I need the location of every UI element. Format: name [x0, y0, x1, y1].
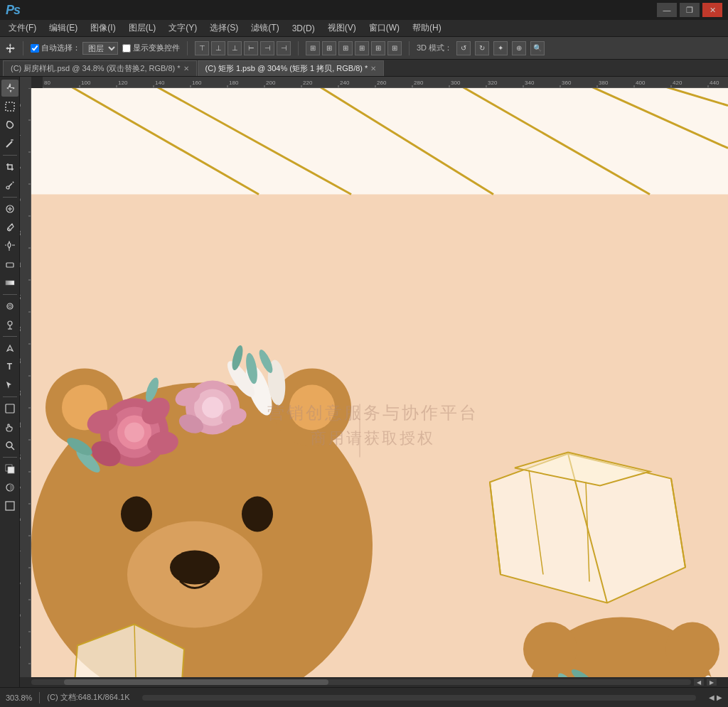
clone-tool[interactable] [1, 237, 18, 254]
svg-text:6: 6 [20, 582, 21, 585]
svg-text:360: 360 [562, 80, 572, 86]
svg-line-24 [11, 447, 14, 450]
svg-text:2: 2 [20, 518, 21, 521]
left-toolbar: T [0, 77, 20, 687]
heal-tool[interactable] [1, 200, 18, 217]
3d-icon-1[interactable]: ↺ [456, 41, 471, 55]
menu-view[interactable]: 视图(V) [322, 21, 362, 36]
align-left-icon[interactable]: ⊢ [244, 41, 258, 55]
align-right-icon[interactable]: ⊣ [277, 41, 291, 55]
scroll-left-btn[interactable]: ◀ [694, 679, 704, 686]
svg-rect-0 [6, 102, 14, 111]
menu-bar: 文件(F) 编辑(E) 图像(I) 图层(L) 文字(Y) 选择(S) 滤镜(T… [0, 20, 728, 37]
svg-point-10 [7, 229, 9, 231]
menu-filter[interactable]: 滤镜(T) [245, 21, 284, 36]
canvas-with-ruler: 2 4 6 8 10 12 14 16 [20, 88, 728, 677]
svg-text:4: 4 [20, 134, 21, 137]
move-tool-icon [4, 43, 16, 54]
menu-type[interactable]: 文字(Y) [163, 21, 203, 36]
gradient-tool[interactable] [1, 274, 18, 291]
eyedropper-tool[interactable] [1, 177, 18, 194]
hand-tool[interactable] [1, 419, 18, 436]
selection-tool[interactable] [1, 98, 18, 115]
3d-mode-label: 3D 模式： [417, 43, 452, 53]
menu-layers[interactable]: 图层(L) [123, 21, 162, 36]
svg-text:8: 8 [20, 198, 21, 201]
distribute-icon-1[interactable]: ⊞ [306, 41, 320, 55]
3d-icon-4[interactable]: ⊕ [512, 41, 526, 55]
crop-tool[interactable] [1, 158, 18, 176]
separator-1 [23, 41, 23, 55]
align-hcenter-icon[interactable]: ⊣ [260, 41, 274, 55]
svg-point-18 [9, 305, 11, 308]
distribute-icon-4[interactable]: ⊞ [355, 41, 369, 55]
lasso-tool[interactable] [1, 117, 18, 134]
foreground-color[interactable] [1, 460, 18, 477]
scroll-next-btn[interactable]: ▶ [717, 693, 722, 701]
menu-help[interactable]: 帮助(H) [407, 21, 447, 36]
scrollbar-h-track[interactable] [31, 679, 691, 685]
menu-3d[interactable]: 3D(D) [287, 22, 321, 35]
mode-icon[interactable] [1, 479, 18, 496]
3d-icon-3[interactable]: ✦ [493, 41, 508, 55]
tool-options-bar: 自动选择： 图层 组 显示变换控件 ⊤ ⊥ ⊥ ⊢ ⊣ ⊣ ⊞ ⊞ ⊞ ⊞ ⊞ … [0, 37, 728, 60]
auto-select-mode[interactable]: 图层 组 [82, 42, 118, 55]
svg-text:16: 16 [20, 326, 21, 332]
align-bottom-icon[interactable]: ⊥ [228, 41, 242, 55]
separator-3 [298, 41, 299, 55]
menu-file[interactable]: 文件(F) [3, 21, 42, 36]
restore-button[interactable]: ❐ [680, 3, 700, 17]
dodge-tool[interactable] [1, 316, 18, 333]
window-controls: — ❐ ✕ [657, 3, 722, 17]
text-tool[interactable]: T [1, 358, 18, 375]
canvas-area: 80 100 120 140 160 180 200 [20, 77, 728, 687]
menu-window[interactable]: 窗口(W) [363, 21, 405, 36]
show-transform-checkbox[interactable] [122, 44, 131, 53]
magic-wand-tool[interactable] [1, 135, 18, 152]
tab-rectangle[interactable]: (C) 矩形 1.psb @ 304% (矩形 1 拷贝, RGB/8) * ✕ [198, 60, 385, 76]
svg-text:20: 20 [20, 390, 21, 396]
blur-tool[interactable] [1, 298, 18, 315]
scrollbar-h-thumb[interactable] [64, 679, 328, 685]
svg-point-4 [6, 186, 9, 189]
search-icon[interactable]: 🔍 [530, 41, 545, 55]
pen-tool[interactable] [1, 340, 18, 357]
svg-point-121 [170, 551, 220, 585]
tab-kitchen[interactable]: (C) 厨房样机.psd @ 34.8% (双击替换2, RGB/8) * ✕ [3, 60, 197, 76]
distribute-icon-5[interactable]: ⊞ [371, 41, 385, 55]
close-button[interactable]: ✕ [702, 3, 722, 17]
svg-text:220: 220 [303, 80, 313, 86]
svg-text:营销创意服务与协作平台: 营销创意服务与协作平台 [267, 403, 478, 422]
path-select-tool[interactable] [1, 377, 18, 394]
distribute-icon-6[interactable]: ⊞ [387, 41, 402, 55]
brush-tool[interactable] [1, 219, 18, 236]
menu-image[interactable]: 图像(I) [85, 21, 121, 36]
scroll-prev-btn[interactable]: ◀ [709, 693, 714, 701]
minimize-button[interactable]: — [657, 3, 677, 17]
doc-info: (C) 文档:648.1K/864.1K [47, 692, 129, 703]
zoom-tool[interactable] [1, 437, 18, 454]
svg-text:320: 320 [488, 80, 498, 86]
align-top-icon[interactable]: ⊤ [195, 41, 209, 55]
tool-sep-3 [3, 294, 17, 295]
tab-rectangle-close[interactable]: ✕ [370, 65, 376, 72]
statusbar-progress [142, 695, 696, 701]
align-vcenter-icon[interactable]: ⊥ [211, 41, 225, 55]
move-tool[interactable] [1, 80, 18, 97]
separator-2 [187, 41, 188, 55]
menu-edit[interactable]: 编辑(E) [43, 21, 83, 36]
canvas-viewport[interactable]: 营销创意服务与协作平台 商用请获取授权 [31, 88, 728, 677]
screen-mode-icon[interactable] [1, 497, 18, 514]
distribute-icon-3[interactable]: ⊞ [338, 41, 353, 55]
svg-text:400: 400 [636, 80, 646, 86]
tab-kitchen-close[interactable]: ✕ [183, 65, 189, 72]
menu-select[interactable]: 选择(S) [204, 21, 244, 36]
auto-select-checkbox[interactable] [31, 44, 39, 53]
scroll-right-btn[interactable]: ▶ [707, 679, 717, 686]
3d-icon-2[interactable]: ↻ [475, 41, 489, 55]
svg-text:24: 24 [20, 454, 21, 460]
svg-text:6: 6 [20, 166, 21, 169]
distribute-icon-2[interactable]: ⊞ [322, 41, 336, 55]
shape-tool[interactable] [1, 400, 18, 417]
eraser-tool[interactable] [1, 256, 18, 273]
